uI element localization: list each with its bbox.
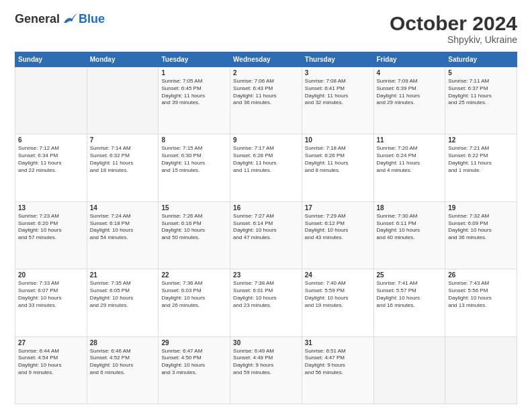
title-block: October 2024 Shpykiv, Ukraine: [390, 12, 517, 45]
calendar-week-5: 27Sunrise: 6:44 AM Sunset: 4:54 PM Dayli…: [15, 336, 517, 404]
day-detail: Sunrise: 6:44 AM Sunset: 4:54 PM Dayligh…: [18, 348, 84, 377]
calendar-cell: 24Sunrise: 7:40 AM Sunset: 5:59 PM Dayli…: [302, 269, 373, 336]
day-number: 2: [233, 69, 299, 77]
col-header-monday: Monday: [87, 52, 159, 67]
day-number: 7: [90, 136, 156, 144]
day-detail: Sunrise: 7:06 AM Sunset: 6:43 PM Dayligh…: [233, 78, 299, 107]
logo: General Blue: [15, 12, 105, 26]
day-detail: Sunrise: 7:17 AM Sunset: 6:28 PM Dayligh…: [233, 145, 299, 174]
calendar-cell: 11Sunrise: 7:20 AM Sunset: 6:24 PM Dayli…: [373, 134, 445, 201]
calendar-cell: 30Sunrise: 6:49 AM Sunset: 4:49 PM Dayli…: [230, 336, 302, 404]
day-detail: Sunrise: 7:38 AM Sunset: 6:01 PM Dayligh…: [233, 280, 299, 309]
calendar-cell: 31Sunrise: 6:51 AM Sunset: 4:47 PM Dayli…: [302, 336, 373, 404]
day-detail: Sunrise: 7:15 AM Sunset: 6:30 PM Dayligh…: [161, 145, 227, 174]
calendar-cell: 25Sunrise: 7:41 AM Sunset: 5:57 PM Dayli…: [373, 269, 445, 336]
day-number: 25: [377, 271, 443, 279]
day-number: 18: [377, 204, 443, 212]
day-number: 1: [161, 69, 227, 77]
calendar-cell: 9Sunrise: 7:17 AM Sunset: 6:28 PM Daylig…: [230, 134, 302, 201]
day-detail: Sunrise: 7:32 AM Sunset: 6:09 PM Dayligh…: [448, 213, 514, 242]
day-number: 24: [305, 271, 371, 279]
day-number: 5: [448, 69, 514, 77]
header: General Blue October 2024 Shpykiv, Ukrai…: [15, 12, 517, 45]
day-number: 21: [90, 271, 156, 279]
day-number: 10: [305, 136, 371, 144]
logo-bird-icon: [62, 13, 77, 26]
day-number: 29: [161, 339, 227, 347]
day-number: 11: [377, 136, 443, 144]
calendar-cell: 22Sunrise: 7:36 AM Sunset: 6:03 PM Dayli…: [159, 269, 230, 336]
col-header-tuesday: Tuesday: [159, 52, 230, 67]
day-detail: Sunrise: 7:08 AM Sunset: 6:41 PM Dayligh…: [305, 78, 371, 107]
day-detail: Sunrise: 7:24 AM Sunset: 6:18 PM Dayligh…: [90, 213, 156, 242]
day-detail: Sunrise: 7:09 AM Sunset: 6:39 PM Dayligh…: [377, 78, 443, 107]
calendar-cell: 5Sunrise: 7:11 AM Sunset: 6:37 PM Daylig…: [445, 67, 517, 134]
calendar-week-2: 6Sunrise: 7:12 AM Sunset: 6:34 PM Daylig…: [15, 134, 517, 201]
calendar-cell: [373, 336, 445, 404]
calendar-cell: 17Sunrise: 7:29 AM Sunset: 6:12 PM Dayli…: [302, 201, 373, 269]
day-detail: Sunrise: 6:47 AM Sunset: 4:50 PM Dayligh…: [161, 348, 227, 377]
calendar-cell: 7Sunrise: 7:14 AM Sunset: 6:32 PM Daylig…: [87, 134, 159, 201]
calendar-cell: 4Sunrise: 7:09 AM Sunset: 6:39 PM Daylig…: [373, 67, 445, 134]
calendar-cell: 16Sunrise: 7:27 AM Sunset: 6:14 PM Dayli…: [230, 201, 302, 269]
day-detail: Sunrise: 7:41 AM Sunset: 5:57 PM Dayligh…: [377, 280, 443, 309]
logo-blue-text: Blue: [79, 12, 105, 26]
day-number: 14: [90, 204, 156, 212]
day-number: 26: [448, 271, 514, 279]
calendar-cell: 10Sunrise: 7:18 AM Sunset: 6:26 PM Dayli…: [302, 134, 373, 201]
calendar-cell: 1Sunrise: 7:05 AM Sunset: 6:45 PM Daylig…: [159, 67, 230, 134]
day-detail: Sunrise: 7:23 AM Sunset: 6:20 PM Dayligh…: [18, 213, 84, 242]
logo-general-text: General: [15, 12, 60, 26]
calendar-cell: 21Sunrise: 7:35 AM Sunset: 6:05 PM Dayli…: [87, 269, 159, 336]
day-detail: Sunrise: 6:46 AM Sunset: 4:52 PM Dayligh…: [90, 348, 156, 377]
day-detail: Sunrise: 6:49 AM Sunset: 4:49 PM Dayligh…: [233, 348, 299, 377]
calendar-table: SundayMondayTuesdayWednesdayThursdayFrid…: [15, 52, 517, 404]
day-number: 19: [448, 204, 514, 212]
calendar-week-1: 1Sunrise: 7:05 AM Sunset: 6:45 PM Daylig…: [15, 67, 517, 134]
calendar-cell: 29Sunrise: 6:47 AM Sunset: 4:50 PM Dayli…: [159, 336, 230, 404]
day-detail: Sunrise: 7:20 AM Sunset: 6:24 PM Dayligh…: [377, 145, 443, 174]
day-number: 17: [305, 204, 371, 212]
day-number: 30: [233, 339, 299, 347]
day-number: 23: [233, 271, 299, 279]
col-header-sunday: Sunday: [15, 52, 87, 67]
day-number: 27: [18, 339, 84, 347]
day-detail: Sunrise: 7:21 AM Sunset: 6:22 PM Dayligh…: [448, 145, 514, 174]
day-detail: Sunrise: 7:35 AM Sunset: 6:05 PM Dayligh…: [90, 280, 156, 309]
col-header-friday: Friday: [373, 52, 445, 67]
calendar-cell: [87, 67, 159, 134]
day-detail: Sunrise: 7:11 AM Sunset: 6:37 PM Dayligh…: [448, 78, 514, 107]
calendar-cell: 14Sunrise: 7:24 AM Sunset: 6:18 PM Dayli…: [87, 201, 159, 269]
month-title: October 2024: [390, 12, 517, 34]
day-detail: Sunrise: 7:14 AM Sunset: 6:32 PM Dayligh…: [90, 145, 156, 174]
calendar-cell: [445, 336, 517, 404]
calendar-cell: 28Sunrise: 6:46 AM Sunset: 4:52 PM Dayli…: [87, 336, 159, 404]
calendar-cell: 6Sunrise: 7:12 AM Sunset: 6:34 PM Daylig…: [15, 134, 87, 201]
calendar-cell: 2Sunrise: 7:06 AM Sunset: 6:43 PM Daylig…: [230, 67, 302, 134]
day-number: 31: [305, 339, 371, 347]
calendar-cell: 23Sunrise: 7:38 AM Sunset: 6:01 PM Dayli…: [230, 269, 302, 336]
calendar-cell: 19Sunrise: 7:32 AM Sunset: 6:09 PM Dayli…: [445, 201, 517, 269]
day-number: 8: [161, 136, 227, 144]
calendar-header-row: SundayMondayTuesdayWednesdayThursdayFrid…: [15, 52, 517, 67]
calendar-cell: 27Sunrise: 6:44 AM Sunset: 4:54 PM Dayli…: [15, 336, 87, 404]
calendar-cell: 26Sunrise: 7:43 AM Sunset: 5:56 PM Dayli…: [445, 269, 517, 336]
day-detail: Sunrise: 7:30 AM Sunset: 6:11 PM Dayligh…: [377, 213, 443, 242]
day-number: 9: [233, 136, 299, 144]
day-detail: Sunrise: 7:27 AM Sunset: 6:14 PM Dayligh…: [233, 213, 299, 242]
day-number: 6: [18, 136, 84, 144]
day-detail: Sunrise: 7:05 AM Sunset: 6:45 PM Dayligh…: [161, 78, 227, 107]
calendar-cell: 3Sunrise: 7:08 AM Sunset: 6:41 PM Daylig…: [302, 67, 373, 134]
day-detail: Sunrise: 7:33 AM Sunset: 6:07 PM Dayligh…: [18, 280, 84, 309]
day-number: 20: [18, 271, 84, 279]
col-header-saturday: Saturday: [445, 52, 517, 67]
day-detail: Sunrise: 6:51 AM Sunset: 4:47 PM Dayligh…: [305, 348, 371, 377]
day-number: 3: [305, 69, 371, 77]
day-detail: Sunrise: 7:43 AM Sunset: 5:56 PM Dayligh…: [448, 280, 514, 309]
day-detail: Sunrise: 7:18 AM Sunset: 6:26 PM Dayligh…: [305, 145, 371, 174]
day-detail: Sunrise: 7:36 AM Sunset: 6:03 PM Dayligh…: [161, 280, 227, 309]
day-number: 15: [161, 204, 227, 212]
day-detail: Sunrise: 7:40 AM Sunset: 5:59 PM Dayligh…: [305, 280, 371, 309]
calendar-cell: 12Sunrise: 7:21 AM Sunset: 6:22 PM Dayli…: [445, 134, 517, 201]
calendar-cell: 8Sunrise: 7:15 AM Sunset: 6:30 PM Daylig…: [159, 134, 230, 201]
